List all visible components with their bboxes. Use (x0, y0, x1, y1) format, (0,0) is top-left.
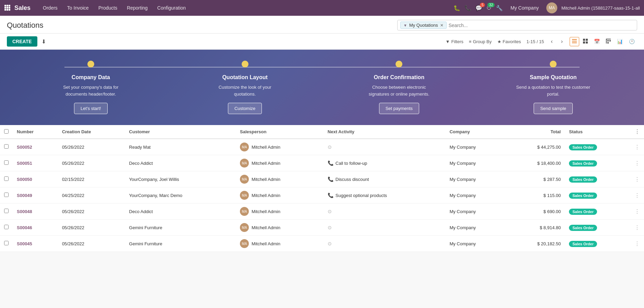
step-title-3: Order Confirmation (361, 74, 437, 81)
row-menu-icon[interactable]: ⋮ (634, 225, 640, 231)
col-customer[interactable]: Customer (125, 125, 236, 139)
step-btn-2[interactable]: Customize (228, 103, 262, 114)
my-quotations-filter[interactable]: ▼ My Quotations ✕ (400, 22, 447, 29)
col-total[interactable]: Total (508, 125, 565, 139)
row-menu-icon[interactable]: ⋮ (634, 160, 640, 166)
row-checkbox[interactable] (4, 209, 9, 213)
kanban-view-button[interactable] (581, 37, 590, 46)
favorites-button[interactable]: ★ Favorites (497, 39, 521, 44)
create-button[interactable]: CREATE (7, 36, 37, 47)
nav-to-invoice[interactable]: To Invoice (63, 3, 93, 13)
col-creation-date[interactable]: Creation Date (58, 125, 125, 139)
row-checkbox[interactable] (4, 160, 9, 165)
customer-name: Gemini Furniture (125, 220, 236, 236)
setup-step-confirmation: Order Confirmation Choose between electr… (361, 61, 437, 114)
view-icons: 📅 📊 🕐 (570, 37, 637, 46)
salesperson-name: Mitchell Admin (252, 161, 280, 166)
bug-icon[interactable]: 🐛 (453, 5, 460, 11)
row-checkbox[interactable] (4, 193, 9, 197)
svg-rect-9 (572, 39, 577, 40)
order-number[interactable]: S00048 (17, 209, 32, 214)
step-dot-2 (242, 61, 248, 67)
creation-date: 05/26/2022 (58, 204, 125, 220)
company-cell: My Company (446, 236, 508, 252)
company-cell: My Company (446, 171, 508, 187)
nav-orders[interactable]: Orders (39, 3, 62, 13)
chat-icon[interactable]: 💬 5 (475, 5, 482, 11)
svg-rect-15 (586, 41, 588, 44)
company-cell: My Company (446, 155, 508, 171)
pivot-view-button[interactable] (604, 37, 613, 46)
col-menu[interactable]: ⋮ (630, 125, 644, 139)
chat-badge: 5 (480, 3, 485, 7)
row-menu-icon[interactable]: ⋮ (634, 241, 640, 247)
clock-icon[interactable]: ⏱ 32 (486, 5, 492, 11)
step-btn-1[interactable]: Let's start! (74, 103, 108, 114)
order-number[interactable]: S00052 (17, 145, 32, 150)
phone-icon[interactable]: 📞 (464, 5, 471, 11)
col-status[interactable]: Status (565, 125, 630, 139)
activity-view-button[interactable]: 🕐 (627, 37, 637, 46)
customer-name: YourCompany, Joel Willis (125, 171, 236, 187)
order-number[interactable]: S00045 (17, 241, 32, 246)
row-checkbox[interactable] (4, 241, 9, 245)
svg-rect-5 (9, 7, 10, 9)
table-row: S0005002/15/2022YourCompany, Joel Willis… (0, 171, 644, 187)
salesperson-avatar: MA (240, 223, 249, 232)
customer-name: Ready Mat (125, 139, 236, 155)
order-number[interactable]: S00046 (17, 225, 32, 230)
search-input[interactable] (447, 22, 634, 29)
graph-view-button[interactable]: 📊 (615, 37, 625, 46)
row-menu-icon[interactable]: ⋮ (634, 193, 640, 198)
wrench-icon[interactable]: 🔧 (496, 5, 503, 11)
activity-clock-icon: ⊙ (328, 144, 332, 150)
search-bar: ▼ My Quotations ✕ (397, 20, 637, 30)
step-dot-4 (550, 61, 557, 67)
total-cell: $ 690.00 (508, 204, 565, 220)
calendar-view-button[interactable]: 📅 (592, 37, 602, 46)
nav-reporting[interactable]: Reporting (123, 3, 152, 13)
col-next-activity[interactable]: Next Activity (324, 125, 446, 139)
col-number[interactable]: Number (13, 125, 58, 139)
row-menu-icon[interactable]: ⋮ (634, 209, 640, 214)
avatar[interactable]: MA (546, 2, 557, 13)
prev-page-button[interactable]: ‹ (549, 38, 554, 45)
step-desc-4: Send a quotation to test the customer po… (515, 84, 591, 97)
order-number[interactable]: S00049 (17, 193, 32, 198)
order-number[interactable]: S00050 (17, 177, 32, 182)
row-checkbox[interactable] (4, 144, 9, 149)
customer-name: YourCompany, Marc Demo (125, 187, 236, 204)
svg-rect-7 (7, 9, 8, 11)
list-view-button[interactable] (570, 37, 579, 46)
table-row: S0004605/26/2022Gemini Furniture MA Mitc… (0, 220, 644, 236)
col-salesperson[interactable]: Salesperson (236, 125, 324, 139)
groupby-button[interactable]: ≡ Group By (469, 39, 492, 44)
setup-step-company: Company Data Set your company's data for… (53, 61, 129, 114)
salesperson-name: Mitchell Admin (252, 145, 280, 150)
row-checkbox[interactable] (4, 225, 9, 229)
svg-rect-1 (7, 5, 8, 7)
status-badge: Sales Order (569, 241, 597, 247)
row-menu-icon[interactable]: ⋮ (634, 176, 640, 182)
col-company[interactable]: Company (446, 125, 508, 139)
step-btn-4[interactable]: Send sample (534, 103, 573, 114)
row-menu-icon[interactable]: ⋮ (634, 144, 640, 150)
salesperson-cell: MA Mitchell Admin (240, 159, 319, 168)
step-btn-3[interactable]: Set payments (379, 103, 420, 114)
select-all-checkbox[interactable] (4, 129, 9, 134)
nav-products[interactable]: Products (94, 3, 121, 13)
status-badge: Sales Order (569, 144, 597, 150)
nav-configuration[interactable]: Configuration (153, 3, 190, 13)
filters-button[interactable]: ▼ Filters (446, 39, 463, 44)
salesperson-name: Mitchell Admin (252, 209, 280, 214)
row-checkbox[interactable] (4, 176, 9, 181)
total-cell: $ 8,914.80 (508, 220, 565, 236)
filter-close-icon[interactable]: ✕ (440, 23, 443, 28)
download-button[interactable]: ⬇ (41, 38, 46, 45)
table-row: S0004904/25/2022YourCompany, Marc Demo M… (0, 187, 644, 204)
order-number[interactable]: S00051 (17, 161, 32, 166)
app-name[interactable]: Sales (14, 4, 31, 12)
select-all-header[interactable] (0, 125, 13, 139)
grid-icon[interactable] (4, 4, 10, 12)
next-page-button[interactable]: › (560, 38, 564, 45)
